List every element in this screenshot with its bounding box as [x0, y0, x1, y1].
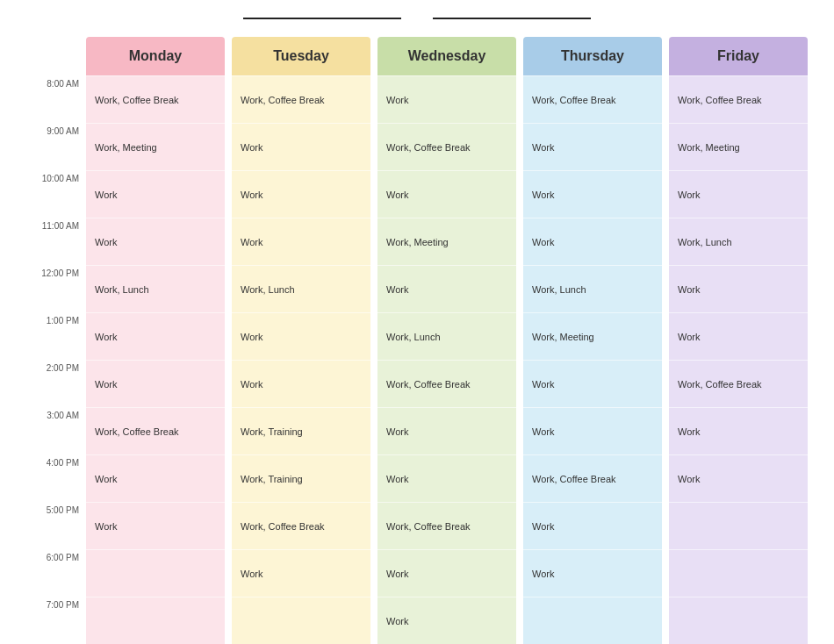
cell-thursday-9: Work [523, 502, 662, 549]
cell-friday-11 [669, 597, 808, 644]
day-header-friday: Friday [669, 37, 808, 75]
cell-monday-8: Work [86, 454, 225, 502]
cell-thursday-10: Work [523, 549, 662, 597]
cell-tuesday-8: Work, Training [232, 454, 370, 502]
day-column-thursday: ThursdayWork, Coffee BreakWorkWorkWorkWo… [523, 37, 662, 644]
time-label-5: 1:00 PM [26, 312, 86, 360]
cell-monday-7: Work, Coffee Break [86, 407, 225, 454]
cell-tuesday-1: Work [232, 123, 370, 170]
cell-wednesday-4: Work [377, 265, 516, 312]
cell-wednesday-8: Work [377, 454, 516, 502]
day-header-wednesday: Wednesday [377, 37, 516, 75]
cell-friday-3: Work, Lunch [669, 218, 808, 265]
title-line-left [243, 18, 401, 19]
cell-tuesday-6: Work [232, 360, 370, 407]
cell-tuesday-0: Work, Coffee Break [232, 75, 370, 123]
cell-tuesday-11 [232, 597, 370, 644]
cell-monday-6: Work [86, 360, 225, 407]
cell-thursday-2: Work [523, 170, 662, 218]
cell-wednesday-7: Work [377, 407, 516, 454]
title-container [26, 18, 808, 19]
cell-wednesday-2: Work [377, 170, 516, 218]
cell-wednesday-6: Work, Coffee Break [377, 360, 516, 407]
cell-thursday-4: Work, Lunch [523, 265, 662, 312]
time-label-10: 6:00 PM [26, 549, 86, 597]
cell-thursday-0: Work, Coffee Break [523, 75, 662, 123]
cell-tuesday-9: Work, Coffee Break [232, 502, 370, 549]
cell-friday-10 [669, 549, 808, 597]
days-grid: MondayWork, Coffee BreakWork, MeetingWor… [86, 37, 808, 644]
day-column-monday: MondayWork, Coffee BreakWork, MeetingWor… [86, 37, 225, 644]
cell-monday-2: Work [86, 170, 225, 218]
cell-friday-7: Work [669, 407, 808, 454]
day-header-thursday: Thursday [523, 37, 662, 75]
day-column-tuesday: TuesdayWork, Coffee BreakWorkWorkWorkWor… [232, 37, 370, 644]
cell-monday-0: Work, Coffee Break [86, 75, 225, 123]
time-label-1: 9:00 AM [26, 123, 86, 170]
cell-monday-9: Work [86, 502, 225, 549]
cell-thursday-5: Work, Meeting [523, 312, 662, 360]
cell-friday-2: Work [669, 170, 808, 218]
time-label-8: 4:00 PM [26, 454, 86, 502]
cell-friday-1: Work, Meeting [669, 123, 808, 170]
cell-tuesday-4: Work, Lunch [232, 265, 370, 312]
cell-thursday-11 [523, 597, 662, 644]
cell-wednesday-10: Work [377, 549, 516, 597]
time-label-4: 12:00 PM [26, 265, 86, 312]
cell-thursday-3: Work [523, 218, 662, 265]
cell-wednesday-1: Work, Coffee Break [377, 123, 516, 170]
time-column: 8:00 AM9:00 AM10:00 AM11:00 AM12:00 PM1:… [26, 37, 86, 644]
cell-monday-3: Work [86, 218, 225, 265]
cell-wednesday-3: Work, Meeting [377, 218, 516, 265]
cell-friday-0: Work, Coffee Break [669, 75, 808, 123]
cell-thursday-8: Work, Coffee Break [523, 454, 662, 502]
cell-wednesday-5: Work, Lunch [377, 312, 516, 360]
day-column-wednesday: WednesdayWorkWork, Coffee BreakWorkWork,… [377, 37, 516, 644]
cell-friday-6: Work, Coffee Break [669, 360, 808, 407]
cell-tuesday-3: Work [232, 218, 370, 265]
time-header-spacer [26, 37, 86, 75]
cell-monday-1: Work, Meeting [86, 123, 225, 170]
cell-tuesday-7: Work, Training [232, 407, 370, 454]
day-header-monday: Monday [86, 37, 225, 75]
cell-tuesday-10: Work [232, 549, 370, 597]
cell-thursday-7: Work [523, 407, 662, 454]
cell-wednesday-0: Work [377, 75, 516, 123]
cell-friday-9 [669, 502, 808, 549]
time-label-3: 11:00 AM [26, 218, 86, 265]
cell-wednesday-9: Work, Coffee Break [377, 502, 516, 549]
cell-friday-5: Work [669, 312, 808, 360]
cell-monday-5: Work [86, 312, 225, 360]
cell-friday-8: Work [669, 454, 808, 502]
cell-thursday-6: Work [523, 360, 662, 407]
time-label-11: 7:00 PM [26, 597, 86, 644]
time-label-0: 8:00 AM [26, 75, 86, 123]
cell-monday-11 [86, 597, 225, 644]
cell-tuesday-2: Work [232, 170, 370, 218]
cell-friday-4: Work [669, 265, 808, 312]
time-label-6: 2:00 PM [26, 360, 86, 407]
day-column-friday: FridayWork, Coffee BreakWork, MeetingWor… [669, 37, 808, 644]
day-header-tuesday: Tuesday [232, 37, 370, 75]
time-label-2: 10:00 AM [26, 170, 86, 218]
cell-monday-10 [86, 549, 225, 597]
schedule-container: 8:00 AM9:00 AM10:00 AM11:00 AM12:00 PM1:… [26, 37, 808, 644]
cell-thursday-1: Work [523, 123, 662, 170]
time-label-9: 5:00 PM [26, 502, 86, 549]
time-label-7: 3:00 AM [26, 407, 86, 454]
cell-wednesday-11: Work [377, 597, 516, 644]
cell-monday-4: Work, Lunch [86, 265, 225, 312]
cell-tuesday-5: Work [232, 312, 370, 360]
title-line-right [433, 18, 591, 19]
